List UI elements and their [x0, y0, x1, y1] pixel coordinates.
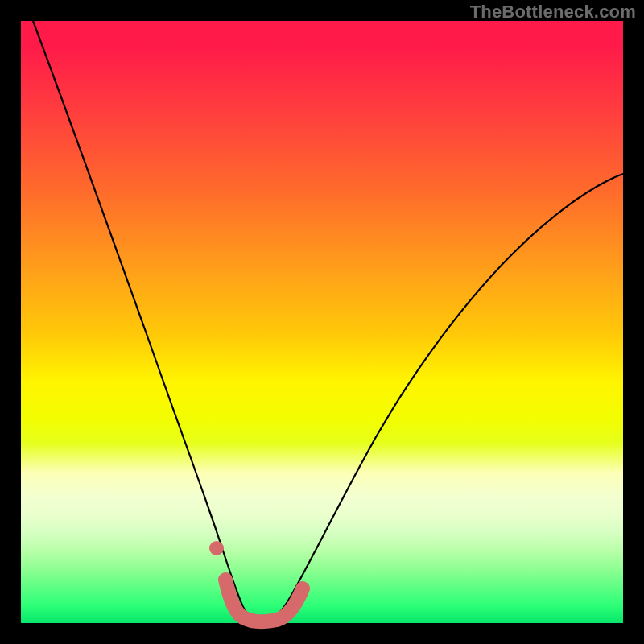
bottleneck-curve-path	[33, 21, 623, 621]
bottleneck-curve-svg	[21, 21, 623, 623]
chart-plot-area	[21, 21, 623, 623]
svg-point-0	[209, 541, 224, 555]
watermark-text: TheBottleneck.com	[470, 2, 636, 23]
